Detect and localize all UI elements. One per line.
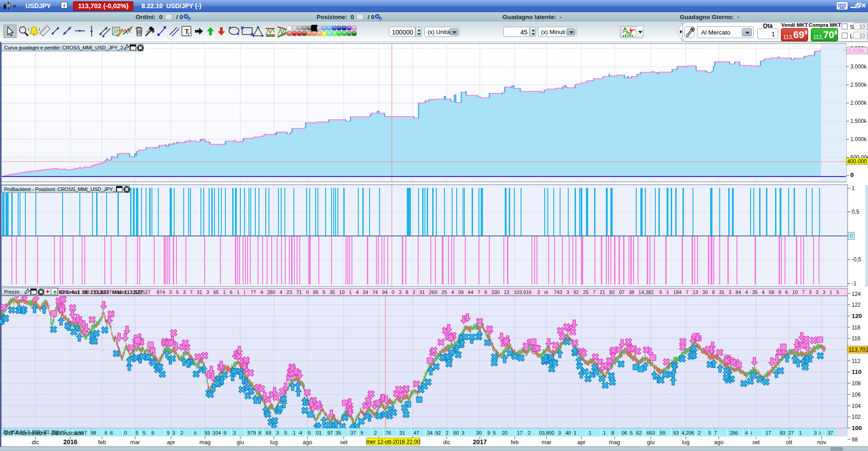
svg-text:71: 71: [296, 289, 302, 295]
svg-text:82 6r4o1 38 213,837 Min: 113: 82 6r4o1 38 213,837 Min: 113,527: [59, 289, 143, 295]
svg-text:2: 2: [374, 430, 377, 436]
svg-text:1.500k: 1.500k: [850, 118, 867, 124]
svg-text:7: 7: [714, 430, 717, 436]
svg-text:3: 3: [183, 289, 185, 295]
svg-text:6: 6: [105, 430, 107, 436]
svg-text:110: 110: [852, 368, 862, 375]
svg-text:3: 3: [399, 289, 401, 295]
svg-text:3,426k: 3,426k: [848, 48, 865, 54]
svg-text:feb: feb: [511, 439, 518, 446]
svg-text:1: 1: [574, 430, 576, 436]
svg-text:20: 20: [502, 430, 507, 436]
svg-text:1: 1: [223, 289, 226, 295]
svg-text:30: 30: [702, 289, 708, 295]
svg-text:13: 13: [504, 289, 509, 295]
svg-text:122: 122: [852, 302, 861, 308]
svg-text:35: 35: [329, 289, 335, 295]
svg-text:set: set: [752, 439, 760, 446]
svg-text:lug: lug: [270, 439, 278, 446]
svg-text:i: i: [751, 430, 752, 436]
svg-text:102: 102: [852, 414, 861, 420]
svg-text:3: 3: [729, 289, 731, 295]
svg-text:6: 6: [484, 289, 487, 295]
svg-text:0: 0: [392, 289, 395, 295]
svg-text:10: 10: [339, 289, 345, 295]
svg-text:6: 6: [110, 430, 113, 436]
svg-text:06: 06: [622, 430, 627, 436]
svg-text:8: 8: [405, 289, 408, 295]
svg-text:23: 23: [287, 289, 292, 295]
svg-text:): ): [244, 289, 245, 295]
svg-text:6: 6: [230, 289, 233, 295]
svg-text:0: 0: [850, 233, 853, 239]
svg-text:38: 38: [629, 289, 634, 295]
svg-text:93: 93: [205, 430, 210, 436]
svg-text:83: 83: [780, 430, 785, 436]
svg-text:1: 1: [829, 289, 832, 295]
svg-text:58: 58: [769, 289, 774, 295]
svg-text:7: 7: [190, 289, 192, 295]
svg-text:3: 3: [169, 289, 172, 295]
svg-text:5: 5: [836, 289, 839, 295]
svg-text:2: 2: [446, 430, 449, 436]
svg-text:4: 4: [745, 430, 748, 436]
svg-text:4: 4: [762, 289, 765, 295]
svg-text:76: 76: [385, 430, 391, 436]
svg-text:nov: nov: [817, 439, 827, 446]
svg-text:579: 579: [248, 430, 256, 436]
svg-text:8: 8: [258, 430, 261, 436]
svg-text:apr: apr: [577, 439, 585, 446]
svg-text:106: 106: [852, 392, 861, 398]
svg-text:8: 8: [778, 289, 781, 295]
svg-text:37: 37: [828, 430, 833, 436]
svg-text:3: 3: [809, 289, 811, 295]
svg-text:2.000k: 2.000k: [850, 100, 867, 106]
svg-text:8: 8: [712, 289, 715, 295]
svg-text:95: 95: [313, 289, 318, 295]
svg-text:4: 4: [745, 289, 748, 295]
svg-text:400.000: 400.000: [847, 158, 867, 165]
svg-text:3: 3: [566, 289, 569, 295]
svg-text:09: 09: [458, 289, 463, 295]
svg-text:330: 330: [491, 289, 499, 295]
svg-text:65: 65: [213, 289, 219, 295]
svg-text:3: 3: [558, 430, 561, 436]
svg-text:5: 5: [659, 289, 662, 295]
svg-text:2: 2: [537, 289, 540, 295]
svg-text:97: 97: [327, 430, 333, 436]
svg-text:4,206: 4,206: [682, 430, 694, 436]
svg-text:9: 9: [151, 430, 154, 436]
svg-text:0: 0: [124, 430, 127, 436]
svg-text:280: 280: [267, 289, 275, 295]
svg-text:5: 5: [308, 430, 311, 436]
svg-text:874: 874: [156, 289, 165, 295]
svg-text:9: 9: [224, 430, 226, 436]
svg-text:5: 5: [708, 430, 711, 436]
svg-text:59: 59: [660, 430, 665, 436]
svg-text:1.000k: 1.000k: [850, 136, 867, 142]
svg-text:mer 12-ott-2016 22.00: mer 12-ott-2016 22.00: [366, 439, 420, 445]
svg-text:743: 743: [554, 289, 562, 295]
svg-text:25: 25: [583, 289, 589, 295]
svg-text:1: 1: [589, 430, 591, 436]
svg-text:7: 7: [593, 289, 595, 295]
svg-text:77: 77: [250, 289, 256, 295]
svg-text:6: 6: [785, 289, 788, 295]
svg-text:69: 69: [266, 430, 271, 436]
svg-text:5: 5: [322, 289, 325, 295]
svg-text:92: 92: [435, 430, 441, 436]
svg-text:92: 92: [573, 289, 579, 295]
svg-text:5: 5: [176, 289, 179, 295]
svg-text:3: 3: [823, 289, 825, 295]
svg-text:dic: dic: [443, 439, 450, 446]
svg-text:0,5: 0,5: [852, 209, 859, 215]
svg-text:-1: -1: [852, 280, 857, 287]
svg-text:112: 112: [852, 358, 860, 364]
svg-text:-0,5: -0,5: [852, 256, 861, 263]
svg-text:108: 108: [852, 380, 861, 387]
svg-text:94: 94: [382, 289, 387, 295]
svg-text:17: 17: [766, 430, 771, 436]
svg-text:98: 98: [852, 436, 858, 443]
svg-text:260: 260: [429, 289, 437, 295]
svg-text:118: 118: [852, 324, 860, 331]
